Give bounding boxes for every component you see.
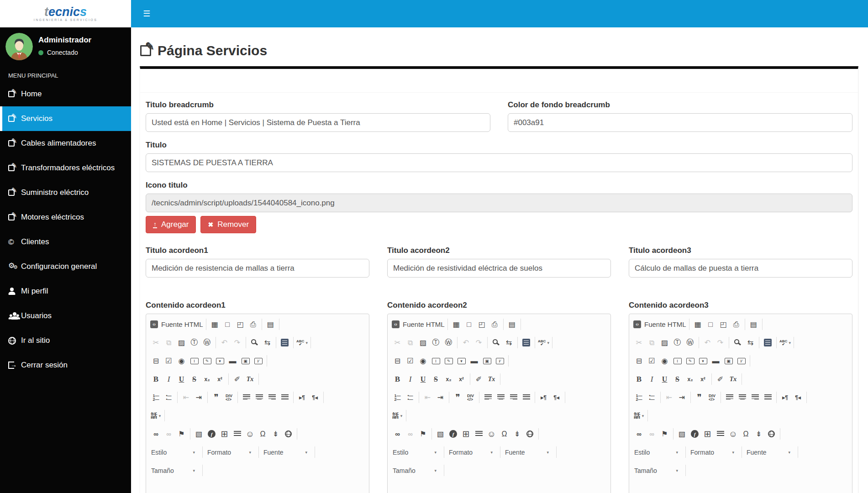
checkbox-button[interactable]: ☑ [646, 355, 658, 367]
replace-button[interactable]: ⇆ [503, 337, 515, 348]
strikethrough-button[interactable]: S [189, 373, 200, 385]
increase-indent-button[interactable]: ⇥ [676, 392, 688, 403]
language-button[interactable]: 話▾ [150, 410, 162, 421]
underline-button[interactable]: U [176, 373, 187, 385]
link-button[interactable]: ∞ [392, 428, 403, 440]
checkbox-button[interactable]: ☑ [163, 355, 174, 367]
table-button[interactable]: ⊞ [219, 428, 230, 440]
image-button[interactable]: ▧ [435, 428, 446, 440]
text-field-button[interactable]: I [189, 355, 200, 367]
justify-button[interactable] [521, 392, 532, 403]
spell-check-button[interactable]: ABC✔▾ [538, 337, 549, 348]
button-field-button[interactable]: ▬ [227, 355, 238, 367]
special-character-button[interactable]: Ω [257, 428, 268, 440]
new-page-button[interactable]: □ [705, 319, 716, 330]
sidebar-item-cerrar-sesion[interactable]: Cerrar sesión [0, 353, 131, 378]
spell-check-button[interactable]: ABC✔▾ [779, 337, 791, 348]
new-page-button[interactable]: □ [222, 319, 233, 330]
spell-check-button[interactable]: ABC✔▾ [296, 337, 308, 348]
hidden-field-button[interactable]: I∕ [253, 355, 264, 367]
special-character-button[interactable]: Ω [740, 428, 752, 440]
save-button[interactable]: ▦ [209, 319, 221, 330]
agregar-button[interactable]: ↑ Agregar [146, 216, 196, 233]
sidebar-item-configuracion-general[interactable]: Configuracion general [0, 254, 131, 279]
align-center-button[interactable] [253, 392, 265, 403]
sidebar-item-ir-al-sitio[interactable]: Ir al sitio [0, 328, 131, 353]
superscript-button[interactable]: x² [697, 373, 709, 385]
sidebar-item-servicios[interactable]: Servicios [0, 106, 131, 131]
align-left-button[interactable] [482, 392, 494, 403]
blockquote-button[interactable]: ❞ [210, 392, 222, 403]
language-button[interactable]: 話▾ [633, 410, 645, 421]
paste-button[interactable]: ▨ [417, 337, 429, 348]
underline-button[interactable]: U [659, 373, 670, 385]
templates-button[interactable]: ▤ [265, 319, 276, 330]
sidebar-item-motores-electricos[interactable]: Motores eléctricos [0, 205, 131, 230]
sidebar-item-usuarios[interactable]: Usuarios [0, 304, 131, 328]
hidden-field-button[interactable]: I∕ [494, 355, 505, 367]
page-break-button[interactable]: ⇟ [753, 428, 764, 440]
italic-button[interactable]: I [405, 373, 416, 385]
sidebar-item-cables-alimentadores[interactable]: Cables alimentadores [0, 131, 131, 156]
print-button[interactable]: ⎙ [247, 319, 259, 330]
templates-button[interactable]: ▤ [748, 319, 759, 330]
preview-button[interactable]: ◰ [718, 319, 729, 330]
smiley-button[interactable]: ☺ [486, 428, 497, 440]
horizontal-rule-button[interactable] [231, 428, 243, 440]
anchor-button[interactable]: ⚑ [659, 428, 670, 440]
replace-button[interactable]: ⇆ [745, 337, 756, 348]
font-name-dropdown[interactable]: Fuente▾ [746, 449, 794, 456]
numbered-list-button[interactable]: 1— 2— [392, 392, 403, 403]
sidebar-item-suministro-electrico[interactable]: Suministro eléctrico [0, 180, 131, 205]
anchor-button[interactable]: ⚑ [176, 428, 187, 440]
table-button[interactable]: ⊞ [702, 428, 713, 440]
new-page-button[interactable]: □ [463, 319, 475, 330]
superscript-button[interactable]: x² [456, 373, 467, 385]
iframe-button[interactable] [283, 428, 294, 440]
textarea-button[interactable]: ✎ [201, 355, 213, 367]
paragraph-format-dropdown[interactable]: Formato▾ [448, 449, 496, 456]
radio-button-button[interactable]: ◉ [659, 355, 670, 367]
subscript-button[interactable]: x₂ [443, 373, 454, 385]
justify-button[interactable] [279, 392, 290, 403]
print-button[interactable]: ⎙ [489, 319, 500, 330]
paste-from-word-button[interactable]: Ⓦ [443, 337, 454, 348]
text-direction-ltr-button[interactable]: ▸¶ [779, 392, 791, 403]
save-button[interactable]: ▦ [692, 319, 704, 330]
remove-format-button[interactable]: Tx [244, 373, 256, 385]
copy-formatting-button[interactable]: ✐ [231, 373, 243, 385]
strikethrough-button[interactable]: S [672, 373, 683, 385]
numbered-list-button[interactable]: 1— 2— [633, 392, 645, 403]
language-button[interactable]: 話▾ [392, 410, 403, 421]
image-button-button[interactable]: ▣ [481, 355, 493, 367]
styles-dropdown[interactable]: Estilo▾ [633, 449, 682, 456]
smiley-button[interactable]: ☺ [727, 428, 739, 440]
image-button-button[interactable]: ▣ [240, 355, 251, 367]
increase-indent-button[interactable]: ⇥ [435, 392, 446, 403]
select-all-button[interactable] [279, 337, 290, 348]
smiley-button[interactable]: ☺ [244, 428, 256, 440]
checkbox-button[interactable]: ☑ [405, 355, 416, 367]
page-break-button[interactable]: ⇟ [511, 428, 523, 440]
align-center-button[interactable] [736, 392, 748, 403]
source-button[interactable]: ‹›Fuente HTML [150, 319, 203, 330]
horizontal-rule-button[interactable] [473, 428, 484, 440]
form-button[interactable]: ⊟ [150, 355, 162, 367]
accordion3-title-input[interactable] [629, 259, 852, 278]
paste-plain-text-button[interactable]: Ⓣ [672, 337, 683, 348]
anchor-button[interactable]: ⚑ [417, 428, 429, 440]
font-size-dropdown[interactable]: Tamaño▾ [392, 467, 440, 474]
bold-button[interactable]: B [392, 373, 403, 385]
form-button[interactable]: ⊟ [392, 355, 403, 367]
paste-from-word-button[interactable]: Ⓦ [684, 337, 696, 348]
templates-button[interactable]: ▤ [506, 319, 518, 330]
flash-button[interactable] [206, 428, 217, 440]
blockquote-button[interactable]: ❞ [452, 392, 463, 403]
page-break-button[interactable]: ⇟ [270, 428, 281, 440]
button-field-button[interactable]: ▬ [710, 355, 721, 367]
accordion2-title-input[interactable] [387, 259, 611, 278]
font-name-dropdown[interactable]: Fuente▾ [504, 449, 552, 456]
image-button[interactable]: ▧ [193, 428, 205, 440]
textarea-button[interactable]: ✎ [684, 355, 696, 367]
paragraph-format-dropdown[interactable]: Formato▾ [689, 449, 738, 456]
